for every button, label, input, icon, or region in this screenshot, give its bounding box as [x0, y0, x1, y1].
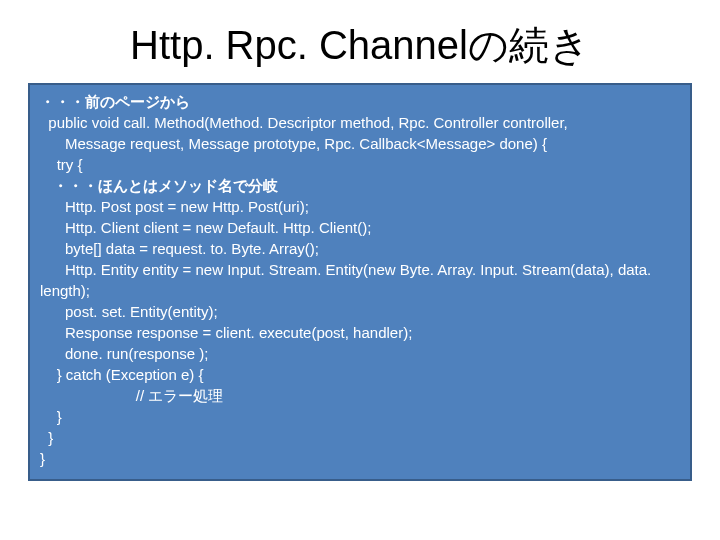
- code-line: } catch (Exception e) {: [40, 364, 680, 385]
- code-line: ・・・前のページから: [40, 91, 680, 112]
- code-line: Message request, Message prototype, Rpc.…: [40, 133, 680, 154]
- code-line: byte[] data = request. to. Byte. Array()…: [40, 238, 680, 259]
- code-line: Http. Entity entity = new Input. Stream.…: [40, 259, 680, 301]
- code-line: Http. Post post = new Http. Post(uri);: [40, 196, 680, 217]
- slide-title: Http. Rpc. Channelの続き: [0, 0, 720, 83]
- code-line: public void call. Method(Method. Descrip…: [40, 112, 680, 133]
- slide: Http. Rpc. Channelの続き ・・・前のページから public …: [0, 0, 720, 540]
- code-line: // エラー処理: [40, 385, 680, 406]
- code-line: }: [40, 406, 680, 427]
- code-line: ・・・ほんとはメソッド名で分岐: [40, 175, 680, 196]
- code-block: ・・・前のページから public void call. Method(Meth…: [28, 83, 692, 481]
- code-line: done. run(response );: [40, 343, 680, 364]
- code-line: Http. Client client = new Default. Http.…: [40, 217, 680, 238]
- code-line: try {: [40, 154, 680, 175]
- code-line: Response response = client. execute(post…: [40, 322, 680, 343]
- code-line: }: [40, 448, 680, 469]
- code-line: }: [40, 427, 680, 448]
- code-line: post. set. Entity(entity);: [40, 301, 680, 322]
